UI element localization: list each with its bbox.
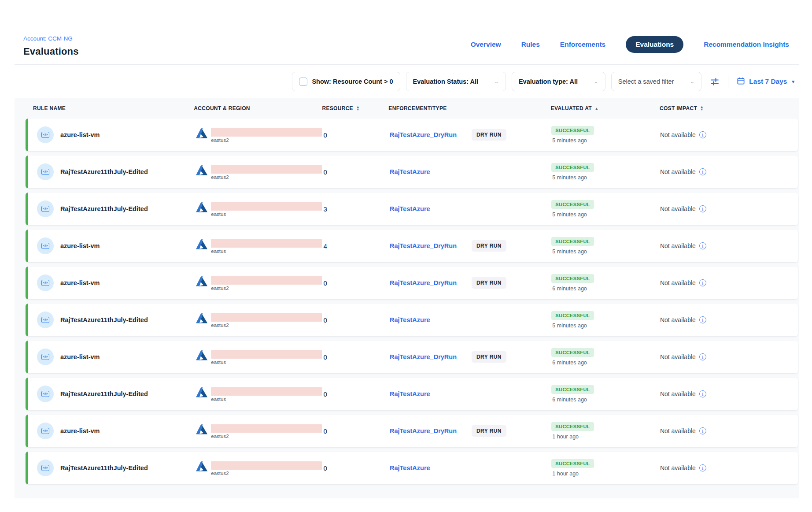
info-icon[interactable]: i xyxy=(699,390,706,397)
rule-script-icon: </> xyxy=(37,163,54,180)
rule-script-icon: </> xyxy=(37,275,54,291)
table-row[interactable]: </> azure-list-vm eastus 4 RajTestAzure_… xyxy=(26,230,798,262)
evaluated-time: 5 minutes ago xyxy=(551,137,587,144)
rule-script-icon: </> xyxy=(37,386,54,402)
table-row[interactable]: </> azure-list-vm eastus 0 RajTestAzure_… xyxy=(26,341,798,373)
table-row[interactable]: </> RajTestAzure11thJuly-Edited eastus2 … xyxy=(26,304,798,336)
resource-count: 0 xyxy=(324,353,390,361)
info-icon[interactable]: i xyxy=(699,279,706,286)
status-badge: SUCCESSFUL xyxy=(551,459,594,468)
rule-name: azure-list-vm xyxy=(60,242,100,249)
region-label: eastus2 xyxy=(211,286,322,291)
rule-cell: </> azure-list-vm xyxy=(28,126,196,143)
evaluation-type-select[interactable]: Evaluation type: All ⌄ xyxy=(512,72,605,91)
tab-enforcements[interactable]: Enforcements xyxy=(560,41,605,48)
info-icon[interactable]: i xyxy=(699,427,706,434)
resource-count: 4 xyxy=(324,242,390,250)
resource-count-checkbox[interactable] xyxy=(299,78,307,86)
status-badge: SUCCESSFUL xyxy=(551,311,594,320)
info-icon[interactable]: i xyxy=(699,316,706,323)
col-resource: RESOURCE ▲▼ xyxy=(322,105,389,111)
table-row[interactable]: </> RajTestAzure11thJuly-Edited eastus 0… xyxy=(26,378,798,410)
region-label: eastus2 xyxy=(211,174,322,180)
resource-count-filter[interactable]: Show: Resource Count > 0 xyxy=(292,72,400,91)
chevron-down-icon: ⌄ xyxy=(494,79,499,84)
rule-cell: </> RajTestAzure11thJuly-Edited xyxy=(28,200,196,217)
info-icon[interactable]: i xyxy=(699,205,706,212)
sort-cost-impact-icon[interactable]: ▲▼ xyxy=(700,106,704,111)
cost-impact-value: Not available xyxy=(660,131,696,138)
filter-settings-icon[interactable] xyxy=(707,74,722,89)
rule-name: azure-list-vm xyxy=(60,279,100,286)
info-icon[interactable]: i xyxy=(699,131,706,138)
evaluated-time: 5 minutes ago xyxy=(551,211,587,218)
region-label: eastus xyxy=(211,397,322,402)
evaluated-at-cell: SUCCESSFUL 5 minutes ago xyxy=(551,126,660,144)
status-badge: SUCCESSFUL xyxy=(551,422,594,431)
enforcement-cell: RajTestAzure_DryRun DRY RUN xyxy=(390,240,551,252)
enforcement-link[interactable]: RajTestAzure xyxy=(390,390,430,397)
enforcement-link[interactable]: RajTestAzure_DryRun xyxy=(390,353,457,360)
sort-evaluated-at-asc-icon[interactable]: ▲ xyxy=(595,107,598,111)
enforcement-link[interactable]: RajTestAzure_DryRun xyxy=(390,242,457,249)
date-range-value: Last 7 Days xyxy=(749,78,787,85)
dry-run-badge: DRY RUN xyxy=(472,351,506,363)
rule-name: RajTestAzure11thJuly-Edited xyxy=(60,464,148,471)
enforcement-link[interactable]: RajTestAzure_DryRun xyxy=(390,279,457,286)
table-row[interactable]: </> azure-list-vm eastus2 0 RajTestAzure… xyxy=(26,119,798,151)
info-icon[interactable]: i xyxy=(699,464,706,471)
redacted-account-bar xyxy=(211,276,322,285)
enforcement-link[interactable]: RajTestAzure xyxy=(390,205,430,212)
evaluation-status-value: Evaluation Status: All xyxy=(413,78,479,85)
tab-evaluations[interactable]: Evaluations xyxy=(626,36,683,53)
enforcement-link[interactable]: RajTestAzure_DryRun xyxy=(390,131,457,138)
table-row[interactable]: </> azure-list-vm eastus2 0 RajTestAzure… xyxy=(26,415,798,447)
enforcement-link[interactable]: RajTestAzure_DryRun xyxy=(390,427,457,434)
cost-impact-cell: Not available i xyxy=(660,427,798,434)
caret-down-icon: ▾ xyxy=(792,79,794,85)
evaluated-at-cell: SUCCESSFUL 5 minutes ago xyxy=(551,237,660,255)
rule-name: azure-list-vm xyxy=(60,427,100,434)
region-label: eastus xyxy=(211,211,322,217)
tab-overview[interactable]: Overview xyxy=(471,41,501,48)
dry-run-badge: DRY RUN xyxy=(472,277,506,289)
azure-logo-icon xyxy=(196,164,208,177)
account-breadcrumb[interactable]: Account: CCM-NG xyxy=(23,35,73,42)
rule-script-icon: </> xyxy=(37,312,54,328)
table-row[interactable]: </> RajTestAzure11thJuly-Edited eastus2 … xyxy=(26,156,798,188)
enforcement-cell: RajTestAzure DRY RUN xyxy=(390,168,551,175)
table-row[interactable]: </> RajTestAzure11thJuly-Edited eastus 3… xyxy=(26,193,798,225)
rule-name: azure-list-vm xyxy=(60,353,100,360)
table-row[interactable]: </> azure-list-vm eastus2 0 RajTestAzure… xyxy=(26,267,798,299)
status-badge: SUCCESSFUL xyxy=(551,385,594,394)
cost-impact-value: Not available xyxy=(660,242,696,249)
enforcement-link[interactable]: RajTestAzure xyxy=(390,464,430,471)
enforcement-cell: RajTestAzure DRY RUN xyxy=(390,390,551,397)
saved-filter-select[interactable]: Select a saved filter ⌄ xyxy=(611,72,701,91)
cost-impact-cell: Not available i xyxy=(660,131,798,138)
enforcement-link[interactable]: RajTestAzure xyxy=(390,168,430,175)
sort-resource-icon[interactable]: ▲▼ xyxy=(356,106,360,111)
info-icon[interactable]: i xyxy=(699,168,706,175)
status-badge: SUCCESSFUL xyxy=(551,200,594,209)
top-nav: Overview Rules Enforcements Evaluations … xyxy=(471,36,789,57)
cost-impact-value: Not available xyxy=(660,205,696,212)
enforcement-cell: RajTestAzure DRY RUN xyxy=(390,205,551,212)
chevron-down-icon: ⌄ xyxy=(690,79,694,84)
date-range-picker[interactable]: Last 7 Days ▾ xyxy=(734,77,797,87)
evaluation-status-select[interactable]: Evaluation Status: All ⌄ xyxy=(406,72,506,91)
enforcement-link[interactable]: RajTestAzure xyxy=(390,316,430,323)
col-account-region: ACCOUNT & REGION xyxy=(194,105,322,111)
enforcement-cell: RajTestAzure_DryRun DRY RUN xyxy=(390,129,551,141)
tab-rules[interactable]: Rules xyxy=(521,41,540,48)
evaluated-time: 1 hour ago xyxy=(551,434,579,440)
calendar-icon xyxy=(737,77,745,87)
table-row[interactable]: </> RajTestAzure11thJuly-Edited eastus2 … xyxy=(26,452,798,484)
info-icon[interactable]: i xyxy=(699,353,706,360)
tab-recommendation-insights[interactable]: Recommendation Insights xyxy=(704,41,789,48)
azure-logo-icon xyxy=(196,349,208,362)
account-region-cell: eastus xyxy=(196,386,323,402)
resource-count: 0 xyxy=(324,427,390,435)
info-icon[interactable]: i xyxy=(699,242,706,249)
dry-run-badge: DRY RUN xyxy=(472,425,506,437)
